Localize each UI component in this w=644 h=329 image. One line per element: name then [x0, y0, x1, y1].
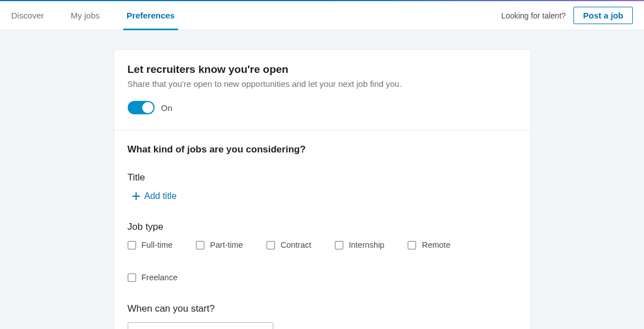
- tab-discover[interactable]: Discover: [11, 1, 57, 30]
- talent-prompt-text: Looking for talent?: [501, 11, 566, 20]
- jobs-question-heading: What kind of jobs are you considering?: [128, 144, 517, 155]
- start-date-field-label: When can you start?: [128, 303, 517, 314]
- job-type-options: Full-time Part-time Contract Internship …: [128, 240, 517, 282]
- checkbox-box: [196, 241, 204, 249]
- navbar: Discover My jobs Preferences Looking for…: [0, 1, 644, 30]
- checkbox-label: Freelance: [142, 273, 178, 282]
- checkbox-label: Part-time: [210, 240, 243, 249]
- toggle-knob: [142, 102, 153, 113]
- job-type-field-label: Job type: [128, 221, 517, 233]
- checkbox-full-time[interactable]: Full-time: [128, 240, 173, 249]
- open-to-work-section: Let recruiters know you're open Share th…: [114, 50, 530, 131]
- preferences-card: Let recruiters know you're open Share th…: [114, 49, 531, 329]
- add-title-button[interactable]: Add title: [132, 191, 177, 201]
- toggle-state-label: On: [161, 103, 172, 113]
- start-date-select-wrap: Anytime: [128, 322, 273, 329]
- title-field-label: Title: [128, 172, 517, 183]
- checkbox-label: Full-time: [142, 240, 173, 249]
- nav-right: Looking for talent? Post a job: [501, 7, 633, 24]
- add-title-label: Add title: [144, 191, 177, 201]
- post-job-button[interactable]: Post a job: [573, 7, 633, 24]
- checkbox-label: Remote: [422, 240, 450, 249]
- job-form-section: What kind of jobs are you considering? T…: [114, 131, 530, 329]
- checkbox-box: [408, 241, 416, 249]
- checkbox-internship[interactable]: Internship: [335, 240, 385, 249]
- tab-label: Discover: [11, 11, 44, 20]
- plus-icon: [132, 192, 140, 200]
- content-wrap: Let recruiters know you're open Share th…: [0, 30, 644, 329]
- open-toggle-row: On: [128, 101, 517, 114]
- checkbox-box: [267, 241, 275, 249]
- open-toggle[interactable]: [128, 101, 155, 114]
- section-subtitle: Share that you're open to new opportunit…: [128, 79, 517, 89]
- checkbox-box: [128, 241, 136, 249]
- checkbox-part-time[interactable]: Part-time: [196, 240, 243, 249]
- checkbox-freelance[interactable]: Freelance: [128, 273, 178, 282]
- checkbox-contract[interactable]: Contract: [267, 240, 311, 249]
- checkbox-box: [335, 241, 343, 249]
- start-date-select[interactable]: Anytime: [128, 322, 273, 329]
- checkbox-remote[interactable]: Remote: [408, 240, 450, 249]
- tab-label: My jobs: [71, 11, 100, 20]
- checkbox-label: Internship: [349, 240, 385, 249]
- checkbox-box: [128, 274, 136, 282]
- tab-preferences[interactable]: Preferences: [113, 1, 188, 30]
- tab-label: Preferences: [127, 11, 175, 20]
- tab-my-jobs[interactable]: My jobs: [57, 1, 113, 30]
- section-title: Let recruiters know you're open: [128, 63, 517, 76]
- nav-tabs: Discover My jobs Preferences: [11, 1, 188, 30]
- checkbox-label: Contract: [281, 240, 311, 249]
